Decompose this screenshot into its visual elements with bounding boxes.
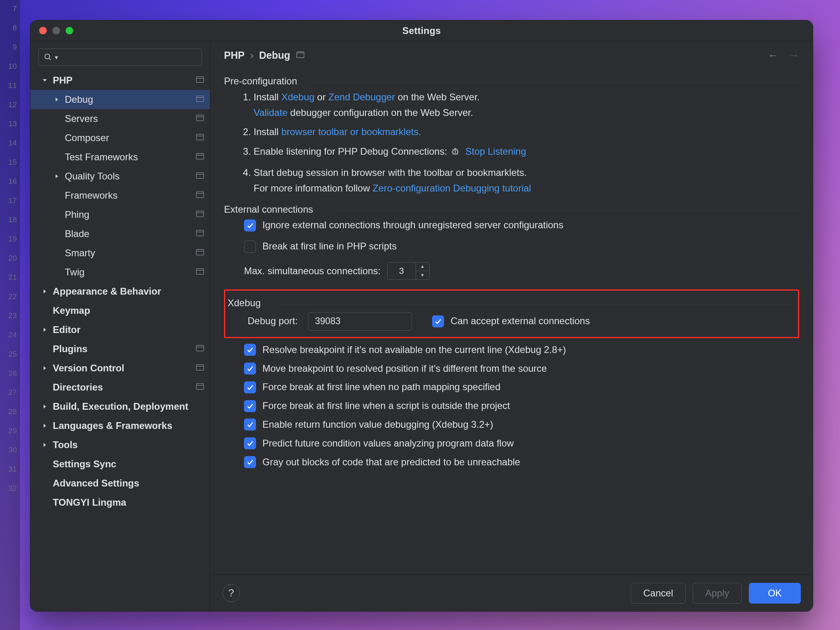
breadcrumb: PHP › Debug ← → xyxy=(210,41,813,66)
sidebar-item-twig[interactable]: Twig xyxy=(30,263,210,282)
checkbox-force-break-nomap[interactable] xyxy=(244,381,256,393)
help-button[interactable]: ? xyxy=(222,584,240,602)
step-3: Enable listening for PHP Debug Connectio… xyxy=(254,145,799,160)
sidebar-item-label: Blade xyxy=(65,228,192,239)
stepper-buttons[interactable]: ▲ ▼ xyxy=(416,263,429,279)
scope-icon xyxy=(196,343,204,355)
scope-icon xyxy=(196,209,204,220)
section-preconfig-title: Pre-configuration xyxy=(224,74,799,88)
scope-icon xyxy=(196,113,204,124)
checkbox-move-bp[interactable] xyxy=(244,363,256,375)
sidebar-item-build-execution-deployment[interactable]: Build, Execution, Deployment xyxy=(30,397,210,416)
sidebar-item-phing[interactable]: Phing xyxy=(30,205,210,224)
link-stop-listening[interactable]: Stop Listening xyxy=(465,146,526,157)
sidebar-item-label: Advanced Settings xyxy=(53,478,204,489)
search-icon xyxy=(44,53,52,62)
sidebar-item-languages-frameworks[interactable]: Languages & Frameworks xyxy=(30,416,210,435)
checkbox-force-break-outside[interactable] xyxy=(244,400,256,412)
sidebar-item-plugins[interactable]: Plugins xyxy=(30,339,210,359)
scope-icon xyxy=(196,171,204,182)
sidebar-item-smarty[interactable]: Smarty xyxy=(30,243,210,263)
sidebar-item-blade[interactable]: Blade xyxy=(30,224,210,243)
svg-line-39 xyxy=(457,154,458,154)
sidebar-item-label: Tools xyxy=(53,439,204,451)
sidebar-item-label: TONGYI Lingma xyxy=(53,497,204,508)
nav-back-icon[interactable]: ← xyxy=(768,49,778,62)
sidebar-item-label: Phing xyxy=(65,209,192,220)
sidebar-item-debug[interactable]: Debug xyxy=(30,90,210,109)
scope-icon xyxy=(296,51,305,60)
divider xyxy=(336,211,799,211)
sidebar-item-servers[interactable]: Servers xyxy=(30,109,210,128)
sidebar-item-label: Composer xyxy=(65,132,192,144)
scope-icon xyxy=(196,190,204,201)
sidebar-item-keymap[interactable]: Keymap xyxy=(30,301,210,320)
sidebar-item-tongyi-lingma[interactable]: TONGYI Lingma xyxy=(30,493,210,512)
search-input[interactable]: ▾ xyxy=(38,48,202,66)
chevron-right-icon xyxy=(42,423,49,429)
sidebar-item-editor[interactable]: Editor xyxy=(30,320,210,339)
chevron-up-icon[interactable]: ▲ xyxy=(416,263,429,271)
scope-icon xyxy=(196,152,204,163)
checkbox-ignore-external[interactable] xyxy=(244,219,256,231)
step-2: Install browser toolbar or bookmarklets. xyxy=(254,125,799,139)
checkbox-break-first-line[interactable] xyxy=(244,241,256,253)
scope-icon xyxy=(196,132,204,144)
titlebar: Settings xyxy=(30,20,813,41)
sidebar-item-directories[interactable]: Directories xyxy=(30,378,210,397)
breadcrumb-root[interactable]: PHP xyxy=(224,50,244,61)
checkbox-gray-out[interactable] xyxy=(244,456,256,468)
apply-button: Apply xyxy=(693,583,742,604)
link-zero-config[interactable]: Zero-configuration Debugging tutorial xyxy=(372,183,531,193)
scope-icon xyxy=(196,267,204,278)
ok-button[interactable]: OK xyxy=(749,583,801,604)
link-zend[interactable]: Zend Debugger xyxy=(328,92,395,102)
sidebar-item-label: Debug xyxy=(65,94,192,105)
checkbox-resolve-bp[interactable] xyxy=(244,344,256,356)
link-browser-toolbar[interactable]: browser toolbar or bookmarklets. xyxy=(281,126,421,137)
chevron-right-icon xyxy=(42,365,49,371)
checkbox-predict[interactable] xyxy=(244,437,256,449)
scope-icon xyxy=(196,247,204,259)
max-connections-stepper[interactable]: 3 ▲ ▼ xyxy=(387,262,430,280)
svg-rect-22 xyxy=(196,269,204,275)
checkbox-accept-external[interactable] xyxy=(432,315,444,327)
checkbox-return-value[interactable] xyxy=(244,419,256,431)
svg-line-36 xyxy=(452,150,454,150)
sidebar-item-test-frameworks[interactable]: Test Frameworks xyxy=(30,148,210,167)
sidebar-item-appearance-behavior[interactable]: Appearance & Behavior xyxy=(30,282,210,301)
sidebar-item-version-control[interactable]: Version Control xyxy=(30,359,210,378)
scope-icon xyxy=(196,94,204,105)
sidebar-item-php[interactable]: PHP xyxy=(30,71,210,90)
scope-icon xyxy=(196,382,204,393)
cancel-button[interactable]: Cancel xyxy=(631,583,686,604)
svg-rect-24 xyxy=(196,345,204,351)
link-validate[interactable]: Validate xyxy=(254,107,288,118)
sidebar-item-label: Smarty xyxy=(65,247,192,259)
breadcrumb-leaf: Debug xyxy=(259,50,290,61)
link-xdebug[interactable]: Xdebug xyxy=(281,92,314,102)
label-move-bp: Move breakpoint to resolved position if … xyxy=(262,362,547,376)
settings-window: Settings ▾ PHPDebugServersComposerTest F… xyxy=(30,20,813,612)
sidebar-item-frameworks[interactable]: Frameworks xyxy=(30,186,210,205)
sidebar-item-tools[interactable]: Tools xyxy=(30,435,210,455)
divider xyxy=(312,83,799,83)
label-resolve-bp: Resolve breakpoint if it's not available… xyxy=(262,343,566,357)
sidebar-item-advanced-settings[interactable]: Advanced Settings xyxy=(30,474,210,493)
dialog-footer: ? Cancel Apply OK xyxy=(210,574,813,611)
svg-point-0 xyxy=(45,54,50,59)
chevron-right-icon xyxy=(42,327,49,333)
label-accept-external: Can accept external connections xyxy=(450,314,590,328)
chevron-down-icon[interactable]: ▼ xyxy=(416,271,429,279)
sidebar-item-settings-sync[interactable]: Settings Sync xyxy=(30,455,210,474)
debug-port-input[interactable]: 39083 xyxy=(308,312,412,331)
scope-icon xyxy=(196,363,204,374)
sidebar-item-composer[interactable]: Composer xyxy=(30,128,210,148)
svg-rect-28 xyxy=(196,384,204,390)
section-external-title: External connections xyxy=(224,203,799,217)
svg-rect-12 xyxy=(196,173,204,179)
svg-rect-2 xyxy=(196,77,204,83)
sidebar-item-quality-tools[interactable]: Quality Tools xyxy=(30,167,210,186)
debug-port-value: 39083 xyxy=(315,315,340,328)
sidebar-item-label: Keymap xyxy=(53,305,204,316)
